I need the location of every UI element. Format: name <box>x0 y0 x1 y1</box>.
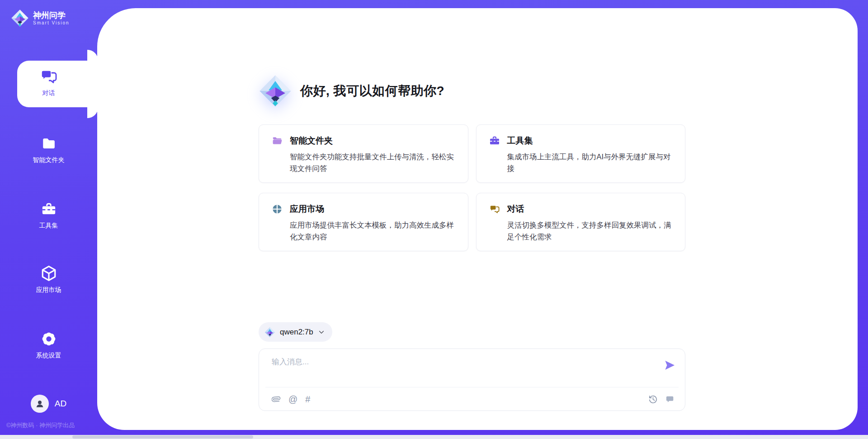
scrollbar-thumb[interactable] <box>72 435 253 439</box>
person-icon <box>34 398 45 409</box>
model-diamond-icon <box>264 327 275 338</box>
chat-icon <box>489 204 500 215</box>
chat-filled-icon <box>665 395 675 404</box>
model-name: qwen2:7b <box>280 328 313 337</box>
toolbox-icon <box>489 135 500 146</box>
folder-icon <box>0 134 97 153</box>
blob-corner-bottom <box>87 107 98 118</box>
card-description: 智能文件夹功能支持批量文件上传与清洗，轻松实现文件问答 <box>290 151 456 174</box>
card-smart-folder[interactable]: 智能文件夹 智能文件夹功能支持批量文件上传与清洗，轻松实现文件问答 <box>259 124 468 183</box>
sidebar-item-settings[interactable]: 系统设置 <box>0 329 97 360</box>
message-composer: @ # <box>259 348 685 411</box>
sidebar-item-label: 智能文件夹 <box>0 156 97 164</box>
blob-corner-top <box>87 50 98 61</box>
card-toolbox[interactable]: 工具集 集成市场上主流工具，助力AI与外界无缝扩展与对接 <box>476 124 686 183</box>
attach-button[interactable] <box>272 395 281 404</box>
user-account[interactable]: AD <box>0 395 97 413</box>
sidebar-item-app-market[interactable]: 应用市场 <box>0 264 97 294</box>
user-initials: AD <box>55 399 66 409</box>
sidebar-item-toolbox[interactable]: 工具集 <box>0 200 97 230</box>
send-button[interactable] <box>663 359 676 372</box>
chevron-down-icon <box>318 329 325 336</box>
card-description: 集成市场上主流工具，助力AI与外界无缝扩展与对接 <box>507 151 674 174</box>
brand-diamond-icon <box>11 9 29 27</box>
brand-subtitle: Smart Vision <box>33 20 70 26</box>
card-description: 应用市场提供丰富长文本模板，助力高效生成多样化文章内容 <box>290 219 456 243</box>
grid-market-icon <box>272 204 283 215</box>
send-icon <box>663 359 676 372</box>
chat-icon <box>0 67 97 86</box>
card-chat[interactable]: 对话 灵活切换多模型文件，支持多样回复效果调试，满足个性化需求 <box>476 193 686 251</box>
avatar <box>31 395 49 413</box>
mention-button[interactable]: @ <box>288 395 297 404</box>
card-title: 智能文件夹 <box>290 135 333 147</box>
card-title: 应用市场 <box>290 203 324 215</box>
gear-icon <box>0 329 97 348</box>
greeting: 你好, 我可以如何帮助你? <box>259 74 444 108</box>
card-description: 灵活切换多模型文件，支持多样回复效果调试，满足个性化需求 <box>507 219 674 243</box>
sidebar-item-label: 系统设置 <box>0 352 97 360</box>
paperclip-icon <box>272 395 281 404</box>
sidebar-item-chat[interactable]: 对话 <box>0 67 97 97</box>
app-window: 神州问学 Smart Vision 对话 智能文件夹 <box>0 0 868 439</box>
hash-icon: # <box>305 395 310 404</box>
at-icon: @ <box>288 395 297 404</box>
brand-logo: 神州问学 Smart Vision <box>0 9 97 27</box>
greeting-diamond-icon <box>259 74 292 108</box>
folder-open-icon <box>272 135 283 146</box>
sidebar-item-smart-folder[interactable]: 智能文件夹 <box>0 134 97 164</box>
feature-cards: 智能文件夹 智能文件夹功能支持批量文件上传与清洗，轻松实现文件问答 工具集 <box>259 124 685 251</box>
sidebar-item-label: 对话 <box>0 89 97 97</box>
card-app-market[interactable]: 应用市场 应用市场提供丰富长文本模板，助力高效生成多样化文章内容 <box>259 193 468 251</box>
card-title: 对话 <box>507 203 524 215</box>
sidebar-item-label: 应用市场 <box>0 286 97 294</box>
history-icon <box>648 395 658 404</box>
topic-button[interactable]: # <box>305 395 310 404</box>
brand-name: 神州问学 <box>33 11 70 20</box>
conversation-button[interactable] <box>665 395 675 404</box>
history-button[interactable] <box>648 395 658 404</box>
copyright-text: ©神州数码 · 神州问学出品 <box>6 421 75 429</box>
cube-icon <box>0 264 97 283</box>
greeting-text: 你好, 我可以如何帮助你? <box>300 82 444 100</box>
model-selector[interactable]: qwen2:7b <box>259 322 332 342</box>
message-input[interactable] <box>259 349 685 387</box>
card-title: 工具集 <box>507 135 533 147</box>
sidebar-item-label: 工具集 <box>0 222 97 230</box>
horizontal-scrollbar <box>0 435 868 439</box>
toolbox-icon <box>0 200 97 219</box>
